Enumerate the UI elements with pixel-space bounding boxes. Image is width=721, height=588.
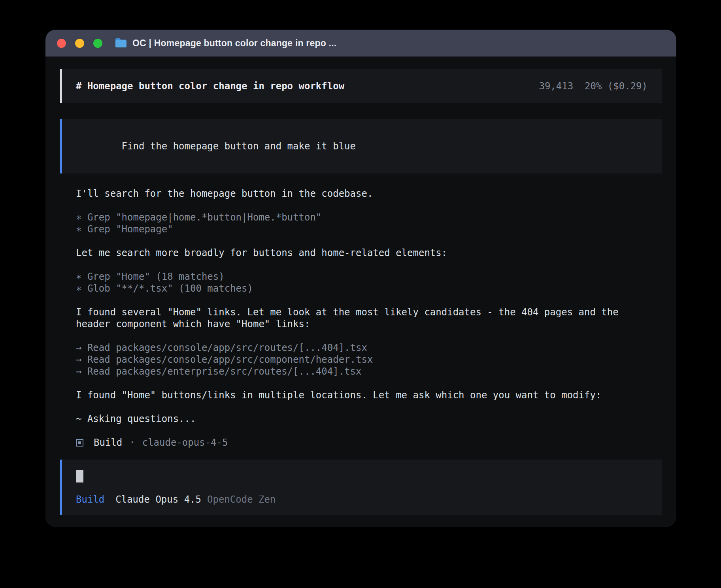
session-header: # Homepage button color change in repo w…: [60, 69, 662, 103]
input-agent-label[interactable]: Build: [76, 494, 104, 505]
agent-badge-icon: [76, 439, 83, 447]
conversation-line-assistant: ~ Asking questions...: [76, 413, 646, 425]
agent-name: Build: [94, 437, 122, 449]
conversation-line-tool: → Read packages/console/app/src/componen…: [76, 354, 646, 366]
conversation-line-tool: ∗ Grep "homepage|home.*button|Home.*butt…: [76, 211, 646, 223]
conversation-line-tool: → Read packages/console/app/src/routes/[…: [76, 342, 646, 354]
conversation-line-assistant: Let me search more broadly for buttons a…: [76, 247, 646, 259]
esc-key-action: interrupt: [177, 526, 228, 527]
close-button[interactable]: [57, 39, 66, 48]
conversation-line-tool: ∗ Grep "Homepage": [76, 223, 646, 235]
terminal-content: # Homepage button color change in repo w…: [45, 57, 676, 527]
session-title: # Homepage button color change in repo w…: [76, 80, 344, 92]
traffic-lights: [57, 39, 111, 48]
text-cursor: [76, 470, 83, 482]
conversation-line-assistant: I found "Home" buttons/links in multiple…: [76, 389, 646, 401]
agent-status-line: Build · claude-opus-4-5: [60, 437, 662, 449]
conversation-blank-line: [76, 259, 646, 271]
status-bar-left: ········ escinterrupt: [61, 525, 228, 527]
tab-key-hint: tab: [507, 526, 524, 527]
shortcut-commands: ctrl+pcommands: [576, 525, 661, 527]
shortcut-interrupt: escinterrupt: [155, 525, 228, 527]
window-title: OC | Homepage button color change in rep…: [132, 38, 336, 49]
input-provider-label: OpenCode Zen: [207, 494, 276, 505]
conversation-line-tool: ∗ Glob "**/*.tsx" (100 matches): [76, 283, 646, 294]
minimize-button[interactable]: [75, 39, 84, 48]
conversation-line-assistant: I found several "Home" links. Let me loo…: [76, 306, 646, 330]
separator-dot: ·: [129, 437, 135, 449]
conversation-line-assistant: I'll search for the homepage button in t…: [76, 188, 646, 200]
conversation-blank-line: [76, 377, 646, 389]
conversation-line-tool: ∗ Grep "Home" (18 matches): [76, 271, 646, 283]
conversation: I'll search for the homepage button in t…: [60, 188, 662, 425]
prompt-input[interactable]: Build Claude Opus 4.5 OpenCode Zen: [60, 460, 662, 515]
status-bar-shortcuts: ctrl+tvariantstabagentsctrl+pcommands: [409, 525, 661, 527]
conversation-blank-line: [76, 294, 646, 306]
desktop: OC | Homepage button color change in rep…: [0, 0, 721, 588]
esc-key-hint: esc: [155, 526, 172, 527]
folder-icon: [115, 38, 127, 48]
ctrl+p-key-hint: ctrl+p: [576, 526, 610, 527]
tab-key-action: agents: [529, 526, 563, 527]
input-model-label: Claude Opus 4.5: [115, 494, 201, 505]
ctrl+p-key-action: commands: [615, 526, 661, 527]
shortcut-agents: tabagents: [507, 525, 563, 527]
zoom-button[interactable]: [93, 39, 102, 48]
user-message-text: Find the homepage button and make it blu…: [122, 141, 356, 152]
spinner-dots: ········: [61, 525, 142, 527]
model-name: claude-opus-4-5: [142, 437, 228, 449]
window-titlebar[interactable]: OC | Homepage button color change in rep…: [45, 30, 676, 57]
conversation-line-tool: → Read packages/enterprise/src/routes/[.…: [76, 366, 646, 377]
conversation-blank-line: [76, 401, 646, 413]
ctrl+t-key-action: variants: [448, 526, 494, 527]
session-stats: 39,413 20% ($0.29): [539, 80, 647, 92]
conversation-blank-line: [76, 235, 646, 247]
terminal-window: OC | Homepage button color change in rep…: [45, 30, 676, 527]
conversation-blank-line: [76, 200, 646, 211]
ctrl+t-key-hint: ctrl+t: [409, 526, 443, 527]
conversation-blank-line: [76, 330, 646, 342]
status-bar: ········ escinterrupt ctrl+tvariantstaba…: [60, 525, 662, 527]
user-message: Find the homepage button and make it blu…: [60, 119, 662, 173]
shortcut-variants: ctrl+tvariants: [409, 525, 494, 527]
input-meta: Build Claude Opus 4.5 OpenCode Zen: [76, 494, 647, 505]
